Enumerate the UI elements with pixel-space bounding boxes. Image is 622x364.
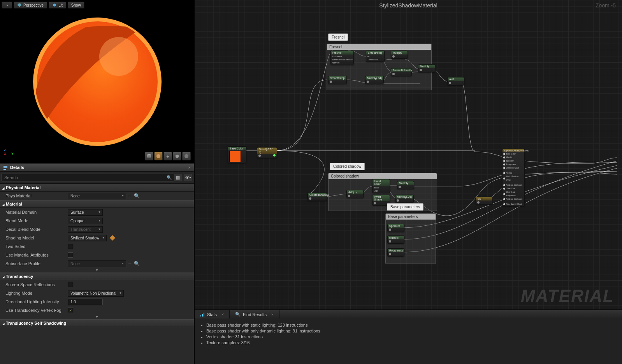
node-fresnel[interactable]: Fresnel Exponent BaseReflectFraction Nor… (330, 51, 354, 65)
phys-material-dropdown[interactable]: None (68, 193, 126, 199)
node-add-2[interactable]: Add(..) (346, 190, 364, 198)
details-search-input[interactable] (2, 174, 174, 181)
search-icon: 🔍 (235, 312, 241, 317)
axis-gizmo: Z X──Y (4, 148, 14, 156)
blend-mode-dropdown[interactable]: Opaque (68, 218, 103, 224)
preview-viewport[interactable]: ▼ Perspective Lit Show (0, 0, 194, 164)
node-base-color[interactable]: Base Color (228, 146, 246, 163)
subsurface-profile-label: Subsurface Profile (5, 261, 68, 266)
node-specular[interactable]: Specular (387, 224, 404, 232)
decal-blend-mode-dropdown: Translucent (68, 226, 103, 233)
material-domain-dropdown[interactable]: Surface (68, 209, 103, 216)
node-smoothstep[interactable]: Smoothstep In Threshold (366, 51, 385, 62)
expand-section-button[interactable]: ▼ (0, 268, 194, 273)
node-set[interactable]: SET (476, 197, 493, 205)
details-icon (3, 165, 8, 170)
stats-icon (200, 312, 205, 317)
tab-stats[interactable]: Stats × (195, 310, 230, 318)
tab-find-results[interactable]: 🔍 Find Results × (230, 310, 279, 318)
two-sided-checkbox[interactable] (68, 244, 73, 249)
svg-point-7 (156, 154, 160, 158)
ssr-checkbox[interactable] (68, 282, 73, 287)
comment-fresnel-header: Fresnel (327, 44, 431, 50)
node-roughness[interactable]: Roughness (387, 248, 404, 257)
browse-icon[interactable]: 🔍 (134, 261, 140, 266)
section-material[interactable]: Material (0, 200, 194, 208)
stats-line: Base pass shader with only dynamic light… (206, 329, 617, 333)
preview-shape-toolbar (145, 152, 191, 160)
close-icon[interactable]: × (221, 312, 224, 317)
use-material-attributes-checkbox[interactable] (68, 252, 73, 258)
shape-cube-button[interactable] (173, 152, 181, 160)
node-multiply04-2[interactable]: Multiply(.04) (395, 195, 414, 203)
svg-rect-11 (4, 169, 6, 170)
svg-rect-10 (4, 167, 7, 168)
shading-model-label: Shading Model (5, 236, 68, 240)
section-physical-material[interactable]: Physical Material (0, 184, 194, 192)
svg-rect-14 (204, 313, 204, 317)
shape-mesh-button[interactable] (182, 152, 191, 160)
revert-icon[interactable] (110, 235, 115, 241)
viewport-menu-button[interactable]: ▼ (2, 2, 12, 9)
expand-section-button[interactable]: ▼ (0, 315, 194, 319)
tooltip-colored-shadow: Colored shadow (330, 163, 365, 170)
lighting-mode-label: Lighting Mode (5, 291, 68, 295)
lighting-mode-dropdown[interactable]: Volumetric Non Directional (68, 290, 124, 297)
close-icon[interactable]: × (271, 312, 274, 317)
reset-icon[interactable]: ← (128, 261, 132, 266)
subsurface-profile-dropdown: None (68, 260, 126, 267)
close-icon[interactable]: × (188, 165, 191, 170)
shape-cylinder-button[interactable] (145, 152, 153, 160)
svg-rect-13 (202, 314, 203, 317)
node-desaturate[interactable]: Desat( 0 0 1 0) (257, 147, 277, 158)
reset-icon[interactable]: ← (128, 193, 132, 199)
dli-label: Directional Lighting Intensity (5, 299, 68, 304)
perspective-button[interactable]: Perspective (14, 2, 47, 9)
section-translucency[interactable]: Translucency (0, 273, 194, 280)
node-multiply-3[interactable]: Multiply (397, 181, 414, 189)
phys-material-label: Phys Material (5, 193, 68, 198)
svg-point-8 (184, 154, 188, 158)
visibility-button[interactable]: 👁▾ (184, 173, 192, 182)
bottom-panel: Stats × 🔍 Find Results × Base pass shade… (195, 309, 622, 364)
ssr-label: Screen Space Reflections (5, 282, 68, 287)
search-icon[interactable]: 🔍 (167, 175, 172, 180)
material-graph[interactable]: StylizedShadowMaterial Zoom -5 MATERIAL (195, 0, 622, 309)
lit-button[interactable]: Lit (49, 2, 66, 9)
node-smoothstep-2[interactable]: Smoothstep (328, 76, 347, 84)
tvf-checkbox[interactable] (68, 308, 73, 313)
tab-stats-label: Stats (207, 312, 217, 317)
dli-input[interactable] (68, 299, 103, 305)
node-metallic[interactable]: Metallic (387, 236, 404, 244)
details-panel: Details × 🔍 ▦ 👁▾ Physical Material Phys … (0, 164, 194, 364)
show-label: Show (71, 3, 81, 7)
svg-point-3 (99, 37, 138, 76)
perspective-label: Perspective (23, 3, 44, 7)
svg-rect-12 (200, 315, 201, 317)
shape-sphere-button[interactable] (154, 152, 163, 160)
color-preview (229, 151, 241, 162)
section-translucency-self-shadowing[interactable]: Translucency Self Shadowing (0, 319, 194, 327)
details-title: Details (10, 165, 24, 170)
show-button[interactable]: Show (68, 2, 84, 9)
node-invert-color[interactable]: Invert Color BaseExp (372, 179, 390, 193)
graph-title: StylizedShadowMaterial (379, 2, 437, 9)
node-multiply-2[interactable]: Multiply (418, 64, 435, 72)
node-add-1[interactable]: Add (447, 77, 464, 85)
property-matrix-button[interactable]: ▦ (174, 173, 182, 182)
tvf-label: Use Translucency Vertex Fog (5, 308, 68, 313)
shading-model-dropdown[interactable]: Stylized Shadow (68, 235, 107, 241)
browse-icon[interactable]: 🔍 (134, 193, 140, 199)
node-multiply-1[interactable]: Multiply (391, 51, 408, 59)
graph-zoom-label: Zoom -5 (596, 2, 616, 9)
decal-blend-mode-label: Decal Blend Mode (5, 227, 68, 232)
lit-label: Lit (58, 3, 63, 7)
node-multiply04[interactable]: Multiply(.04) (365, 76, 384, 84)
use-material-attributes-label: Use Material Attributes (5, 253, 68, 257)
node-colored-shadow-param[interactable]: ColoredShadow (307, 193, 327, 201)
node-fresnel-intensity[interactable]: FresnelIntensity (391, 68, 412, 76)
material-domain-label: Material Domain (5, 210, 68, 215)
node-material-result[interactable]: StylizedShadowMaterial Base Color Metall… (502, 149, 525, 206)
shape-plane-button[interactable] (163, 152, 172, 160)
stats-line: Base pass shader with static lighting: 1… (206, 323, 617, 327)
